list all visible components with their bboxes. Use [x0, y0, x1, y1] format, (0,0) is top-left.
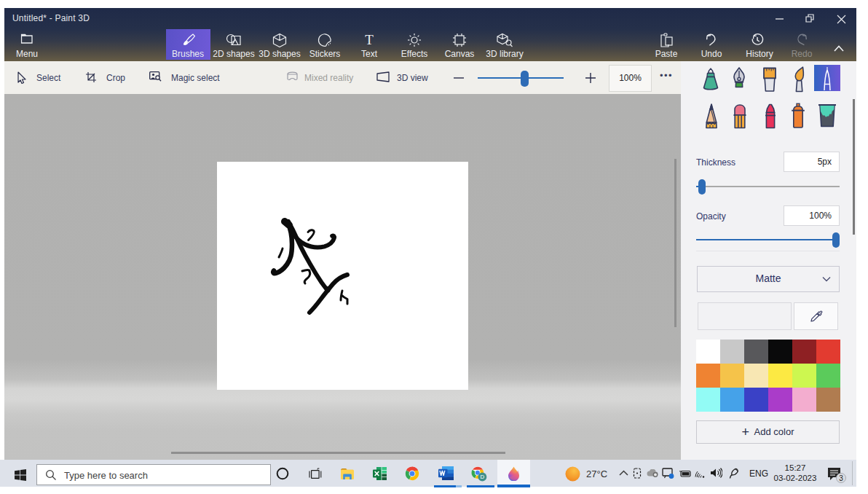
svg-text:3: 3: [839, 474, 843, 482]
svg-text:D: D: [481, 474, 485, 480]
